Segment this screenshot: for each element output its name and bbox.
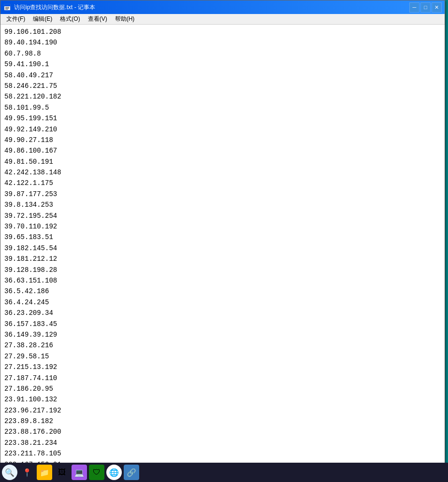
menu-edit[interactable]: 编辑(E) — [29, 14, 56, 24]
taskbar-chrome-icon[interactable]: 🌐 — [106, 465, 122, 480]
taskbar-explorer-icon[interactable]: 📁 — [37, 465, 52, 480]
window-title: 访问ip查找访问数据.txt - 记事本 — [14, 3, 409, 12]
menu-format[interactable]: 格式(O) — [56, 14, 84, 24]
taskbar-photos-icon[interactable]: 🖼 — [54, 465, 70, 480]
taskbar-ide-icon[interactable]: 💻 — [72, 465, 87, 480]
content-area: 99.106.101.208 89.40.194.190 60.7.98.8 5… — [0, 25, 445, 463]
text-editor[interactable]: 99.106.101.208 89.40.194.190 60.7.98.8 5… — [0, 25, 445, 463]
menu-bar: 文件(F) 编辑(E) 格式(O) 查看(V) 帮助(H) — [0, 14, 445, 25]
svg-rect-1 — [4, 4, 10, 6]
window-controls: ─ □ ✕ — [409, 2, 442, 13]
minimize-button[interactable]: ─ — [409, 2, 419, 13]
menu-view[interactable]: 查看(V) — [84, 14, 111, 24]
menu-file[interactable]: 文件(F) — [2, 14, 29, 24]
maximize-button[interactable]: □ — [420, 2, 431, 13]
window-icon — [3, 3, 11, 11]
taskbar-search-icon[interactable]: 🔍 — [2, 465, 17, 480]
taskbar-maps-icon[interactable]: 📍 — [19, 465, 35, 480]
taskbar: 🔍 📍 📁 🖼 💻 🛡 🌐 🔗 — [0, 463, 448, 482]
title-bar: 访问ip查找访问数据.txt - 记事本 ─ □ ✕ — [0, 0, 445, 14]
close-button[interactable]: ✕ — [432, 2, 442, 13]
menu-help[interactable]: 帮助(H) — [111, 14, 139, 24]
taskbar-security-icon[interactable]: 🛡 — [89, 465, 104, 480]
notepad-window: 访问ip查找访问数据.txt - 记事本 ─ □ ✕ 文件(F) 编辑(E) 格… — [0, 0, 445, 464]
taskbar-network-icon[interactable]: 🔗 — [124, 465, 139, 480]
